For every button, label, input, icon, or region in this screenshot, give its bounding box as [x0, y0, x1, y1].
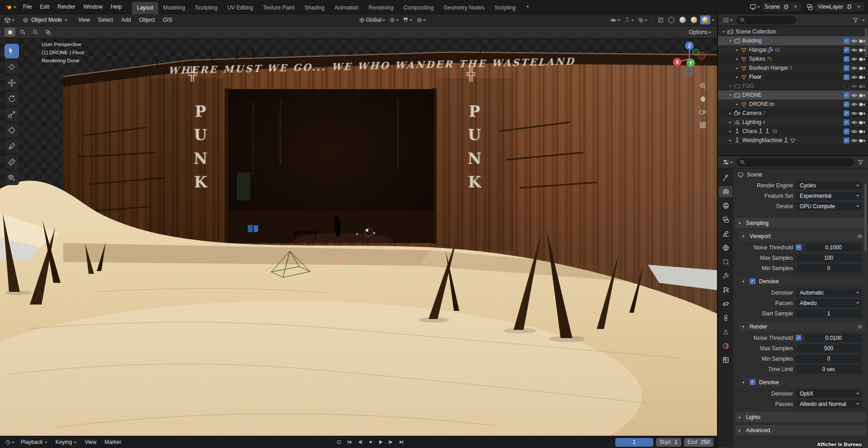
frame-end-field[interactable]: End250	[684, 438, 713, 447]
tool-transform-button[interactable]	[5, 123, 19, 138]
outliner-row-fog[interactable]: ▸FOG	[718, 81, 868, 91]
hide-eye-icon[interactable]	[850, 64, 858, 71]
ortho-grid-icon[interactable]	[699, 121, 707, 129]
expander-icon[interactable]: ▸	[734, 102, 740, 106]
viewlayer-name-field[interactable]: ViewLayer×	[815, 2, 864, 11]
select-mode-subtract-button[interactable]	[30, 28, 41, 37]
panel-sampling[interactable]: ▾Sampling	[735, 218, 866, 228]
workspace-tab-uv-editing[interactable]: UV Editing	[222, 2, 258, 14]
shading-rendered-button[interactable]	[700, 15, 710, 24]
remove-viewlayer-icon[interactable]: ×	[856, 4, 862, 10]
outliner-row-camera[interactable]: ▸Camera7✓	[718, 109, 868, 118]
overlays-dropdown[interactable]	[637, 16, 649, 24]
disable-render-icon[interactable]	[858, 119, 866, 126]
menu-file[interactable]: File	[19, 1, 36, 12]
tool-move-button[interactable]	[5, 76, 19, 90]
properties-tab-texture[interactable]	[719, 354, 732, 366]
exclude-checkbox[interactable]	[844, 83, 849, 89]
snap-toggle[interactable]	[401, 16, 414, 24]
record-button[interactable]	[334, 438, 344, 446]
hide-eye-icon[interactable]	[850, 82, 858, 90]
proportional-edit-toggle[interactable]	[415, 16, 427, 24]
exclude-checkbox[interactable]: ✓	[844, 56, 849, 62]
disable-render-icon[interactable]	[858, 64, 866, 71]
disable-render-icon[interactable]	[858, 73, 866, 81]
jump-to-start-button[interactable]	[344, 438, 354, 446]
gizmos-dropdown[interactable]	[623, 16, 635, 24]
noise-threshold-field[interactable]: 0.0100	[805, 334, 862, 342]
properties-scrollbar[interactable]	[864, 184, 867, 252]
select-mode-new-button[interactable]	[5, 28, 15, 37]
disable-render-icon[interactable]	[858, 100, 866, 108]
expander-icon[interactable]: ▸	[727, 129, 733, 133]
noise-threshold-checkbox[interactable]: ✓	[796, 335, 802, 341]
exclude-checkbox[interactable]: ✓	[844, 65, 849, 71]
xray-toggle[interactable]	[656, 16, 665, 24]
workspace-tab-texture-paint[interactable]: Texture Paint	[258, 2, 300, 14]
camera-view-icon[interactable]	[699, 108, 707, 116]
properties-tab-tool[interactable]	[719, 172, 732, 183]
workspace-tab-sculpting[interactable]: Sculpting	[190, 2, 222, 14]
jump-to-end-button[interactable]	[396, 438, 406, 446]
current-frame-field[interactable]: 1	[615, 438, 653, 447]
properties-tab-constraints[interactable]	[719, 312, 732, 324]
timeline-menu-marker[interactable]: Marker	[100, 437, 125, 448]
scene-name-field[interactable]: Scene×	[762, 2, 801, 11]
noise-threshold-field[interactable]: 0.1000	[805, 243, 862, 252]
properties-tab-modifiers[interactable]	[719, 270, 732, 281]
viewport-menu-view[interactable]: View	[74, 14, 94, 25]
tool-select-box-button[interactable]	[5, 44, 19, 58]
hide-eye-icon[interactable]	[850, 73, 858, 81]
menu-help[interactable]: Help	[107, 1, 126, 12]
shading-wireframe-button[interactable]	[666, 15, 676, 24]
workspace-tab-rendering[interactable]: Rendering	[363, 2, 398, 14]
blender-logo-menu[interactable]	[4, 4, 19, 10]
tool-measure-button[interactable]	[5, 155, 19, 169]
shading-solid-button[interactable]	[678, 15, 688, 24]
axis-negative-y[interactable]	[693, 49, 699, 55]
outliner-row-hangar[interactable]: ▸Hangar62✓	[718, 45, 868, 54]
hide-eye-icon[interactable]	[850, 128, 858, 135]
panel-denoise[interactable]: ▾✓Denoise	[739, 276, 866, 286]
properties-editor-type-button[interactable]	[721, 158, 734, 167]
axis-negative-x[interactable]	[698, 52, 705, 59]
denoiser-dropdown[interactable]: OptiX	[796, 390, 862, 398]
tool-cursor-button[interactable]	[5, 60, 19, 74]
pivot-point-dropdown[interactable]	[388, 16, 400, 24]
outliner-row-floor[interactable]: ▸Floor✓	[718, 72, 868, 81]
properties-tab-data[interactable]	[719, 326, 732, 338]
expander-icon[interactable]: ▸	[727, 111, 733, 115]
show-object-types-dropdown[interactable]	[609, 16, 622, 24]
timeline-editor-type-button[interactable]	[4, 438, 16, 446]
viewlayer-browse-button[interactable]	[805, 3, 815, 11]
properties-tab-scene[interactable]	[719, 228, 732, 239]
exclude-checkbox[interactable]: ✓	[844, 47, 849, 53]
viewport-menu-object[interactable]: Object	[135, 14, 159, 25]
outliner-row-drone[interactable]: ▸DRONE✓	[718, 100, 868, 109]
hide-eye-icon[interactable]	[850, 55, 858, 62]
exclude-checkbox[interactable]: ✓	[844, 138, 849, 143]
transform-orientation-dropdown[interactable]: Global	[358, 16, 387, 24]
previous-keyframe-button[interactable]	[355, 438, 365, 446]
shading-material-button[interactable]	[689, 15, 699, 24]
passes-dropdown[interactable]: Albedo	[796, 299, 862, 307]
outliner-row-weldingmachine[interactable]: ▸WeldingMachine✓	[718, 136, 868, 145]
disable-render-icon[interactable]	[858, 137, 866, 144]
panel-advanced[interactable]: ▸Advanced	[735, 425, 866, 435]
expander-icon[interactable]: ▸	[734, 66, 740, 70]
properties-tab-physics[interactable]	[719, 298, 732, 310]
device-dropdown[interactable]: GPU Compute	[796, 202, 862, 210]
properties-tab-output[interactable]	[719, 200, 732, 211]
exclude-checkbox[interactable]: ✓	[844, 129, 849, 134]
panel-viewport[interactable]: ▾Viewport	[739, 231, 866, 241]
pan-hand-icon[interactable]	[699, 95, 707, 103]
hide-eye-icon[interactable]	[850, 119, 858, 126]
properties-tab-world[interactable]	[719, 242, 732, 253]
start-sample-field[interactable]: 1	[796, 310, 862, 318]
hide-eye-icon[interactable]	[850, 37, 858, 44]
hide-eye-icon[interactable]	[850, 137, 858, 144]
workspace-tab-compositing[interactable]: Compositing	[398, 2, 439, 14]
viewport-menu-add[interactable]: Add	[117, 14, 135, 25]
exclude-checkbox[interactable]: ✓	[844, 92, 849, 98]
tool-annotate-button[interactable]	[5, 139, 19, 153]
